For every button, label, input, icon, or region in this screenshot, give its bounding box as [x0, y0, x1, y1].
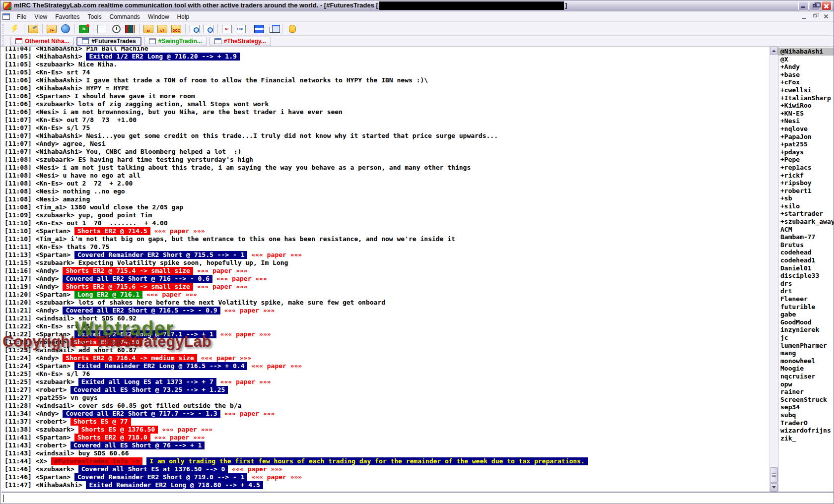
menu-view[interactable]: View — [30, 13, 51, 21]
switchbar-gripper[interactable] — [2, 36, 6, 46]
userlist-item[interactable]: ScreenStruck — [778, 396, 834, 404]
user-list[interactable]: @NihabaAshi@X+Andy+base+cFox+cwellsi+Ita… — [778, 47, 834, 492]
dcc-send-icon[interactable]: sr — [142, 23, 155, 35]
channel-list-icon[interactable] — [59, 23, 72, 35]
userlist-item[interactable]: subq — [778, 411, 834, 419]
userlist-item[interactable]: +rickf — [778, 172, 834, 180]
scrollbar-down-button[interactable] — [770, 483, 778, 492]
userlist-item[interactable]: drt — [778, 287, 834, 295]
userlist-item[interactable]: gabe — [778, 311, 834, 318]
nickname: <Andy> — [36, 307, 59, 314]
tile-windows-icon[interactable] — [253, 23, 266, 35]
tab-thestrategylab[interactable]: #TheStrategy... — [209, 37, 271, 46]
popups-icon[interactable] — [96, 23, 109, 35]
userlist-item[interactable]: jc — [778, 334, 834, 342]
menu-window[interactable]: Window — [144, 13, 173, 21]
userlist-item[interactable]: codehead — [778, 249, 834, 256]
chat-scrollbar[interactable] — [769, 47, 778, 492]
nickname: <szubaark> — [36, 299, 74, 306]
userlist-item[interactable]: GoodMood — [778, 318, 834, 326]
userlist-item[interactable]: +ItalianSharp — [778, 94, 834, 102]
userlist-item[interactable]: +base — [778, 71, 834, 79]
userlist-item[interactable]: +pat255 — [778, 140, 834, 148]
channels-folder-icon[interactable]: #+ — [45, 23, 58, 35]
chat-area[interactable]: [11:04] <NihabaAshi> Pin Ball Machine[11… — [1, 47, 769, 492]
restore-button[interactable] — [810, 1, 820, 10]
toolbar-gripper[interactable] — [2, 24, 6, 34]
userlist-item[interactable]: zik_ — [778, 435, 834, 442]
userlist-item[interactable]: +PapaJon — [778, 133, 834, 141]
userlist-item[interactable]: inzynierek — [778, 326, 834, 334]
userlist-item[interactable]: +robert1 — [778, 187, 834, 195]
options-icon[interactable] — [27, 23, 40, 35]
userlist-item[interactable]: drs — [778, 280, 834, 288]
userlist-item[interactable]: +szubaark_away — [778, 218, 834, 226]
userlist-item[interactable]: +startrader — [778, 210, 834, 218]
userlist-item[interactable]: Fleneer — [778, 295, 834, 303]
userlist-item[interactable]: rainer — [778, 388, 834, 396]
menu-favorites[interactable]: Favorites — [51, 13, 83, 21]
userlist-item[interactable]: @NihabaAshi — [778, 48, 834, 56]
userlist-item[interactable]: +ripsboy — [778, 179, 834, 187]
userlist-item[interactable]: +nqlove — [778, 125, 834, 133]
userlist-item[interactable]: Bambam-77 — [778, 233, 834, 241]
userlist-item[interactable]: monowheel — [778, 357, 834, 365]
userlist-item[interactable]: mang — [778, 349, 834, 357]
userlist-item[interactable]: +KiwiRoo — [778, 102, 834, 110]
userlist-item[interactable]: +cwellsi — [778, 86, 834, 94]
menu-commands[interactable]: Commands — [106, 13, 144, 21]
minimize-button[interactable] — [798, 1, 809, 10]
mdi-close-button[interactable] — [822, 13, 831, 20]
cascade-windows-icon[interactable] — [267, 23, 279, 35]
userlist-item[interactable]: futurible — [778, 303, 834, 311]
notify-icon[interactable]: N! — [220, 23, 233, 35]
menu-help[interactable]: Help — [173, 13, 194, 21]
userlist-item[interactable]: Daniel01 — [778, 264, 834, 272]
userlist-item[interactable]: +pdays — [778, 148, 834, 156]
mdi-minimize-button[interactable] — [801, 13, 810, 20]
finger-icon[interactable] — [188, 23, 201, 35]
mdi-restore-button[interactable] — [811, 13, 820, 20]
userlist-item[interactable]: disciple33 — [778, 272, 834, 280]
userlist-item[interactable]: ACM — [778, 226, 834, 234]
message-input[interactable] — [1, 492, 834, 504]
userlist-item[interactable]: +Nesi — [778, 117, 834, 125]
menu-tools[interactable]: Tools — [84, 13, 106, 21]
search-icon[interactable] — [202, 23, 215, 35]
tab-swingtrading[interactable]: #SwingTradin... — [144, 37, 207, 46]
userlist-item[interactable]: sep34 — [778, 403, 834, 411]
userlist-item[interactable]: lumenPharmer — [778, 342, 834, 350]
scrollbar-up-button[interactable] — [770, 47, 778, 55]
scrollbar-thumb[interactable] — [770, 467, 778, 483]
timer-icon[interactable] — [110, 23, 123, 35]
userlist-item[interactable]: Brutus — [778, 241, 834, 249]
tab-futurestrades[interactable]: #FuturesTrades — [76, 37, 141, 46]
userlist-item[interactable]: @X — [778, 56, 834, 63]
menu-file[interactable]: File — [13, 13, 30, 21]
userlist-item[interactable]: +KN-ES — [778, 110, 834, 118]
userlist-item[interactable]: +rep1acs — [778, 164, 834, 172]
address-book-icon[interactable] — [124, 23, 137, 35]
url-list-icon[interactable]: URL — [234, 23, 247, 35]
message-segment-paper: ««« paper »»» — [220, 330, 271, 338]
connect-icon[interactable] — [8, 23, 21, 35]
userlist-item[interactable]: +silo — [778, 202, 834, 210]
tab-othernet-status[interactable]: Othernet Niha... — [10, 37, 74, 46]
message-segment-plain: srt 74 — [67, 68, 90, 76]
away-icon[interactable] — [285, 23, 298, 35]
userlist-item[interactable]: +sb — [778, 194, 834, 202]
userlist-item[interactable]: wizardofrijns — [778, 427, 834, 435]
userlist-item[interactable]: +Pepe — [778, 156, 834, 164]
userlist-item[interactable]: nqcruiser — [778, 373, 834, 380]
timestamp: [11:06] — [4, 76, 32, 84]
userlist-item[interactable]: +cFox — [778, 78, 834, 86]
userlist-item[interactable]: +Andy — [778, 63, 834, 71]
script-editor-icon[interactable]: /a — [77, 23, 90, 35]
userlist-item[interactable]: opw — [778, 380, 834, 388]
userlist-item[interactable]: codehead1 — [778, 256, 834, 264]
dcc-options-icon[interactable]: DCC — [170, 23, 183, 35]
userlist-item[interactable]: TraderO — [778, 419, 834, 427]
dcc-chat-icon[interactable]: c? — [156, 23, 169, 35]
close-button[interactable] — [821, 1, 832, 10]
userlist-item[interactable]: Moogie — [778, 365, 834, 373]
